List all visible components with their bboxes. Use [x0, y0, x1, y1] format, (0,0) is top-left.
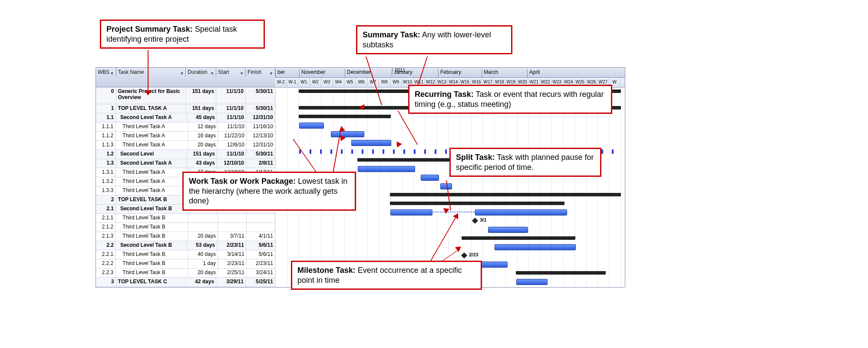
cell-start: 11/1/10: [216, 104, 246, 113]
cell-duration: 45 days: [187, 113, 217, 122]
table-row[interactable]: 2.2.1Third Level Task B40 days3/14/115/6…: [96, 250, 275, 259]
work-bar[interactable]: [390, 209, 432, 215]
table-row[interactable]: 3.1Second Level Task C15 days3/29/114/18…: [96, 287, 275, 288]
cell-finish: 5/30/11: [246, 150, 275, 159]
table-row[interactable]: 2.1.3Third Level Task B20 days3/7/114/1/…: [96, 232, 275, 241]
table-row[interactable]: 1.3Second Level Task A43 days12/10/102/8…: [96, 159, 275, 168]
summary-bar[interactable]: [516, 271, 605, 275]
col-header-wbs[interactable]: WBS▼: [96, 68, 116, 76]
chevron-down-icon[interactable]: ▼: [180, 71, 184, 76]
cell-name: Third Level Task B: [116, 214, 188, 222]
table-row[interactable]: 1.1.2Third Level Task A16 days11/22/1012…: [96, 132, 275, 141]
table-row[interactable]: 1.1.1Third Level Task A12 days11/1/1011/…: [96, 123, 275, 132]
arrow-head: [338, 126, 345, 132]
col-header-start[interactable]: Start▼: [216, 68, 246, 76]
callout-title: Milestone Task:: [297, 266, 356, 275]
week-label: W3: [321, 78, 333, 87]
callout-title: Project Summary Task:: [106, 25, 193, 33]
cell-wbs: 1.3.1: [96, 168, 116, 177]
chevron-down-icon[interactable]: ▼: [210, 71, 214, 76]
cell-finish: [247, 223, 275, 232]
table-row[interactable]: 1.1.3Third Level Task A20 days12/6/1012/…: [96, 141, 275, 150]
cell-name: Second Level Task C: [116, 287, 187, 288]
table-row[interactable]: 2.2Second Level Task B53 days2/23/115/6/…: [96, 241, 275, 250]
callout-project-summary: Project Summary Task: Special task ident…: [100, 20, 265, 49]
cell-wbs: 2: [96, 196, 116, 204]
cell-name: Second Level Task A: [116, 159, 187, 168]
cell-finish: 4/18/11: [246, 287, 275, 288]
cell-finish: 4/1/11: [247, 232, 275, 241]
table-row[interactable]: 1.1Second Level Task A45 days11/1/1012/3…: [96, 113, 275, 123]
cell-start: 3/7/11: [218, 232, 247, 241]
summary-bar[interactable]: [390, 202, 564, 205]
col-header-name[interactable]: Task Name▼: [116, 68, 186, 76]
work-bar[interactable]: [495, 244, 576, 250]
milestone-diamond[interactable]: [461, 252, 467, 259]
week-label: W6: [356, 78, 368, 87]
work-bar[interactable]: [351, 140, 391, 146]
work-bar[interactable]: [358, 166, 415, 172]
summary-bar[interactable]: [390, 193, 620, 196]
cell-wbs: 2.1.3: [96, 232, 116, 241]
work-bar[interactable]: [421, 175, 439, 181]
col-label: Start: [218, 69, 229, 75]
summary-bar[interactable]: [462, 236, 575, 240]
cell-name: Second Level Task B: [116, 205, 187, 213]
cell-start: 12/6/10: [218, 141, 247, 149]
gantt-row: [275, 234, 625, 242]
cell-duration: 20 days: [188, 141, 218, 149]
table-row[interactable]: 2.2.2Third Level Task B1 day2/23/112/23/…: [96, 259, 275, 268]
table-row[interactable]: 0Generic Project for Basic Overview151 d…: [96, 87, 275, 104]
cell-start: 2/23/11: [218, 259, 247, 268]
chevron-down-icon[interactable]: ▼: [269, 71, 273, 76]
cell-start: 3/14/11: [218, 250, 247, 259]
work-bar[interactable]: [475, 209, 567, 215]
col-label: Finish: [248, 69, 261, 75]
table-row[interactable]: 2.1.1Third Level Task B: [96, 214, 275, 223]
summary-bar[interactable]: [299, 115, 390, 118]
month-label: January: [392, 69, 413, 79]
arrow-head-down: [145, 90, 151, 96]
cell-duration: 40 days: [188, 250, 218, 259]
cell-name: Third Level Task B: [116, 259, 188, 268]
cell-duration: 43 days: [187, 159, 217, 168]
chevron-down-icon[interactable]: ▼: [110, 71, 114, 76]
summary-bar[interactable]: [358, 158, 449, 162]
work-bar[interactable]: [331, 131, 364, 137]
cell-finish: 3/24/11: [247, 268, 275, 277]
chevron-down-icon[interactable]: ▼: [240, 71, 244, 76]
table-row[interactable]: 2.2.3Third Level Task B20 days2/25/113/2…: [96, 268, 275, 278]
table-row[interactable]: 1.2Second Level151 days11/1/105/30/11: [96, 150, 275, 159]
table-row[interactable]: 1TOP LEVEL TASK A151 days11/1/105/30/11: [96, 104, 275, 113]
col-header-duration[interactable]: Duration▼: [186, 68, 216, 76]
milestone-diamond[interactable]: [472, 218, 478, 224]
cell-finish: 5/6/11: [247, 250, 275, 259]
cell-duration: [188, 223, 218, 232]
cell-start: 11/1/10: [218, 123, 247, 131]
work-bar[interactable]: [488, 227, 528, 233]
col-header-finish[interactable]: Finish▼: [246, 68, 275, 76]
work-bar[interactable]: [299, 123, 324, 129]
cell-name: Second Level: [116, 150, 187, 159]
cell-duration: 1 day: [188, 259, 218, 268]
cell-finish: 2/8/11: [246, 159, 275, 168]
week-label: W1: [298, 78, 310, 87]
cell-name: Third Level Task A: [116, 186, 188, 195]
callout-title: Recurring Task:: [415, 90, 474, 99]
work-bar[interactable]: [516, 279, 548, 285]
cell-wbs: 1.2: [96, 150, 116, 159]
cell-duration: 16 days: [188, 132, 218, 140]
table-row[interactable]: 2.1.2Third Level Task B: [96, 223, 275, 232]
col-label: Task Name: [118, 69, 144, 75]
cell-name: TOP LEVEL TASK A: [116, 104, 186, 113]
cell-name: Second Level Task A: [116, 113, 187, 122]
cell-start: 2/25/11: [218, 268, 247, 277]
cell-wbs: 1.1.2: [96, 132, 116, 140]
cell-wbs: 2.2.2: [96, 259, 116, 268]
callout-split-task: Split Task: Task with planned pause for …: [449, 148, 601, 177]
cell-duration: 15 days: [187, 287, 217, 288]
table-row[interactable]: 3TOP LEVEL TASK C42 days3/29/115/25/11: [96, 278, 275, 287]
cell-wbs: 2.1.2: [96, 223, 116, 232]
cell-name: Second Level Task B: [116, 241, 187, 250]
month-label: February: [438, 69, 461, 79]
